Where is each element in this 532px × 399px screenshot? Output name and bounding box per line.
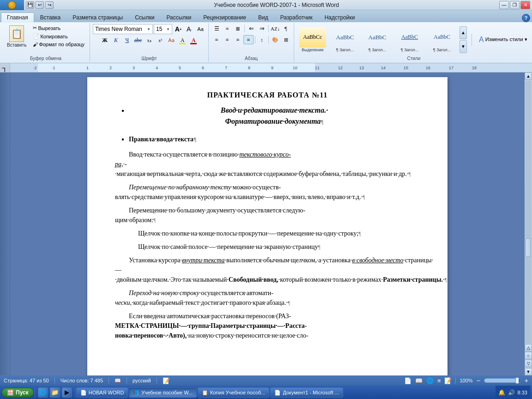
scroll-page-down-button[interactable]: ▽ bbox=[525, 360, 532, 367]
bullets-button[interactable]: ☰ bbox=[212, 24, 222, 33]
tab-insert[interactable]: Вставка bbox=[34, 12, 67, 22]
scroll-select-page-button[interactable]: ○ bbox=[525, 352, 532, 359]
increase-indent-button[interactable]: ⇒ bbox=[257, 24, 267, 33]
tab-review[interactable]: Рецензирование bbox=[197, 12, 252, 22]
tab-references[interactable]: Ссылки bbox=[129, 12, 160, 22]
align-left-button[interactable]: ≡ bbox=[212, 35, 222, 44]
underline-button[interactable]: Ч bbox=[122, 35, 132, 45]
shading-button[interactable]: 🎨 bbox=[270, 35, 280, 44]
view-fullscreen-button[interactable]: 📖 bbox=[415, 377, 423, 384]
tab-home[interactable]: Главная bbox=[1, 12, 34, 23]
style-label-heading2: ¶ Загол... bbox=[369, 48, 386, 52]
font-size-selector[interactable]: 15 ▼ bbox=[154, 24, 172, 34]
restore-button[interactable]: ❐ bbox=[510, 1, 520, 9]
styles-group-label: Стили bbox=[297, 55, 531, 61]
numbering-button[interactable]: ≡ bbox=[222, 24, 232, 33]
document-page: ПРАКТИЧЕСКАЯ РАБОТА №11 Ввод·и·редактиро… bbox=[87, 77, 447, 375]
clear-format-button[interactable]: Aa bbox=[195, 24, 206, 34]
word-count: Число слов: 7 485 bbox=[60, 378, 103, 383]
view-draft-button[interactable]: 📝 bbox=[444, 377, 452, 384]
style-item-heading3[interactable]: AaBbC ¶ Загол... bbox=[394, 26, 425, 54]
zoom-handle[interactable] bbox=[515, 377, 519, 384]
taskbar-icon-media[interactable]: ▶ bbox=[62, 387, 72, 398]
superscript-button[interactable]: x² bbox=[155, 35, 165, 45]
cut-button[interactable]: ✂ Вырезать bbox=[30, 24, 87, 32]
taskbar-btn-doc1[interactable]: 📄 Документ1 - Microsoft ... bbox=[270, 387, 343, 398]
line-spacing-button[interactable]: ↕ bbox=[257, 35, 267, 44]
main-heading: ПРАКТИЧЕСКАЯ РАБОТА №11 bbox=[115, 91, 420, 99]
format-painter-button[interactable]: 🖌 Формат по образцу bbox=[30, 41, 87, 48]
quick-save-icon[interactable]: 💾 bbox=[26, 1, 34, 9]
start-button[interactable]: 🪟 Пуск bbox=[2, 388, 34, 397]
font-shrink-button[interactable]: A- bbox=[184, 24, 194, 34]
font-grow-button[interactable]: A+ bbox=[173, 24, 183, 34]
change-styles-button[interactable]: A Изменить стили ▾ bbox=[476, 34, 531, 46]
ruler-corner[interactable]: ┐ bbox=[0, 63, 10, 73]
scroll-track[interactable] bbox=[525, 80, 532, 344]
help-icon[interactable]: ? bbox=[522, 14, 530, 22]
tab-developer[interactable]: Разработчик bbox=[274, 12, 319, 22]
para-5: Щелчок·по·самой·полосе·—·перемещение·на·… bbox=[115, 242, 420, 252]
multilevel-list-button[interactable]: ≣ bbox=[233, 24, 243, 33]
scroll-up-button[interactable]: ▲ bbox=[525, 73, 532, 80]
zoom-plus-button[interactable]: + bbox=[525, 377, 528, 384]
main-area: ПРАКТИЧЕСКАЯ РАБОТА №11 Ввод·и·редактиро… bbox=[0, 73, 532, 375]
scroll-page-up-button[interactable]: △ bbox=[525, 344, 532, 351]
text-effects-button[interactable]: Аа bbox=[166, 35, 176, 45]
zoom-bar[interactable] bbox=[484, 378, 521, 383]
taskbar-btn-new-word[interactable]: 📄 НОВАЯ WORD bbox=[76, 387, 128, 398]
taskbar-btn-new-word-label: НОВАЯ WORD bbox=[89, 390, 124, 395]
italic-button[interactable]: К bbox=[111, 35, 121, 45]
subscript-button[interactable]: x₂ bbox=[144, 35, 154, 45]
borders-button[interactable]: ⊞ bbox=[281, 35, 291, 44]
ribbon-content: 📋 Вставить ✂ Вырезать 📄 Копировать 🖌 Фор… bbox=[0, 22, 532, 63]
view-web-button[interactable]: 🌐 bbox=[426, 377, 434, 384]
taskbar-btn-copy[interactable]: 📋 Копия Учебное пособ... bbox=[198, 387, 269, 398]
start-icon: 🪟 bbox=[7, 389, 14, 396]
view-print-button[interactable]: 📄 bbox=[404, 377, 411, 384]
taskbar-btn-tutorial[interactable]: 📘 Учебное пособие W... bbox=[129, 387, 197, 398]
style-item-heading1[interactable]: AaBbC ¶ Загол... bbox=[329, 26, 361, 54]
tab-view[interactable]: Вид bbox=[252, 12, 274, 22]
tab-mailings[interactable]: Рассылки bbox=[160, 12, 197, 22]
decrease-indent-button[interactable]: ⇐ bbox=[246, 24, 256, 33]
show-marks-button[interactable]: ¶ bbox=[281, 24, 291, 33]
office-button[interactable] bbox=[0, 0, 24, 10]
view-outline-button[interactable]: ≡ bbox=[437, 377, 441, 384]
quick-redo-icon[interactable]: ↪ bbox=[45, 1, 54, 9]
bold-button[interactable]: Ж bbox=[100, 35, 110, 45]
close-button[interactable]: ✕ bbox=[520, 1, 530, 9]
tab-addins[interactable]: Надстройки bbox=[319, 12, 361, 22]
document-area[interactable]: ПРАКТИЧЕСКАЯ РАБОТА №11 Ввод·и·редактиро… bbox=[10, 73, 525, 375]
text-highlight-button[interactable]: А bbox=[177, 35, 187, 45]
align-right-button[interactable]: ≡ bbox=[233, 35, 243, 44]
styles-scroll-up[interactable]: ▲ bbox=[459, 26, 467, 39]
scroll-thumb[interactable] bbox=[526, 238, 531, 257]
svg-text:4: 4 bbox=[156, 66, 158, 70]
scroll-down-button[interactable]: ▼ bbox=[525, 368, 532, 375]
minimize-button[interactable]: — bbox=[499, 1, 509, 9]
quick-undo-icon[interactable]: ↩ bbox=[36, 1, 44, 9]
tab-page-layout[interactable]: Разметка страницы bbox=[66, 12, 129, 22]
paste-button[interactable]: 📋 Вставить bbox=[5, 24, 29, 49]
taskbar-icon-folder[interactable]: 📁 bbox=[50, 387, 60, 398]
style-item-heading2[interactable]: AaBbC ¶ Загол... bbox=[362, 26, 393, 54]
sort-button[interactable]: AZ↓ bbox=[270, 24, 280, 33]
strikethrough-button[interactable]: abc bbox=[133, 35, 143, 45]
page-info: Страница: 47 из 50 bbox=[4, 378, 49, 383]
justify-button[interactable]: ≡ bbox=[243, 35, 254, 44]
status-sep-5 bbox=[455, 377, 456, 384]
taskbar-icon-ie[interactable]: 🌐 bbox=[38, 387, 48, 398]
zoom-minus-button[interactable]: − bbox=[477, 377, 480, 384]
style-label-selection: Выделение bbox=[302, 48, 324, 52]
styles-scroll-down[interactable]: ▼ bbox=[459, 40, 467, 53]
spell-check-icon: 📖 bbox=[115, 378, 121, 384]
clock: 8:33 bbox=[518, 390, 527, 395]
style-item-heading4[interactable]: AaBbC ¶ Загол... bbox=[426, 26, 458, 54]
copy-button[interactable]: 📄 Копировать bbox=[30, 32, 87, 40]
align-center-button[interactable]: ≡ bbox=[222, 35, 232, 44]
font-color-button[interactable]: А bbox=[188, 35, 199, 45]
ribbon: Главная Вставка Разметка страницы Ссылки… bbox=[0, 10, 532, 63]
font-name-selector[interactable]: Times New Roman ▼ bbox=[93, 24, 153, 34]
style-item-selection[interactable]: AaBbCc Выделение bbox=[297, 26, 328, 54]
